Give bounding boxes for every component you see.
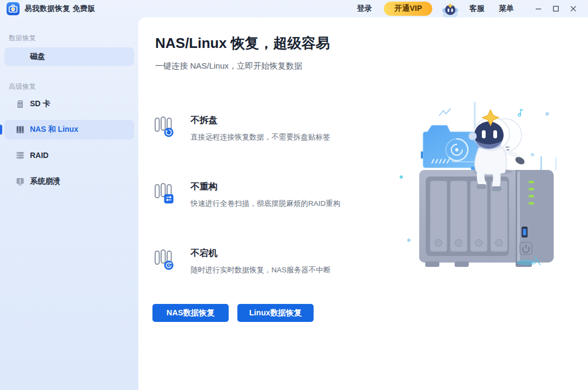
sidebar-item-nas-linux[interactable]: NAS 和 Linux: [4, 120, 134, 139]
sidebar-item-raid[interactable]: RAID: [4, 145, 134, 165]
feature-title: 不拆盘: [191, 114, 372, 126]
main-panel: NAS/Linux 恢复，超级容易 一键连接 NAS/Linux，立即开始恢复数…: [138, 17, 588, 390]
feature-desc: 随时进行实时数据恢复，NAS服务器不中断: [191, 265, 372, 275]
page-title: NAS/Linux 恢复，超级容易: [155, 34, 330, 53]
nas-recovery-button[interactable]: NAS数据恢复: [152, 304, 229, 322]
maximize-button[interactable]: [549, 3, 563, 15]
nas-full-scan-icon: [154, 182, 175, 204]
nas-uptime-icon: [154, 249, 175, 271]
titlebar-left: 易我数据恢复 免费版: [7, 2, 95, 15]
menu-button[interactable]: 菜单: [499, 4, 514, 14]
nas-remote-connect-icon: [154, 116, 175, 138]
sidebar-item-system-crash[interactable]: 系统崩溃: [4, 172, 134, 191]
titlebar: 易我数据恢复 免费版 登录 开通VIP 客服 菜单: [0, 0, 588, 17]
feature-no-disassembly: 不拆盘 直接远程连接恢复数据，不需要拆盘贴标签: [154, 114, 372, 142]
nas-illustration: [389, 97, 558, 277]
feature-desc: 直接远程连接恢复数据，不需要拆盘贴标签: [191, 132, 372, 142]
minimize-button[interactable]: [531, 3, 546, 15]
app-title: 易我数据恢复 免费版: [24, 4, 95, 14]
linux-recovery-button[interactable]: Linux数据恢复: [237, 304, 314, 322]
sidebar-item-label: RAID: [30, 151, 48, 160]
system-crash-icon: [15, 176, 25, 186]
sidebar-item-label: NAS 和 Linux: [30, 125, 78, 135]
page-subtitle: 一键连接 NAS/Linux，立即开始恢复数据: [155, 61, 302, 71]
section-label-advanced-recovery: 高级恢复: [9, 82, 36, 92]
close-button[interactable]: [566, 3, 580, 15]
sidebar: 数据恢复 磁盘 高级恢复 SD 卡 NAS 和 Linux: [0, 17, 138, 390]
nas-server-icon: [15, 125, 25, 135]
selected-indicator: [0, 125, 2, 135]
sidebar-item-label: 磁盘: [30, 52, 45, 62]
vip-button[interactable]: 开通VIP: [384, 2, 432, 16]
login-button[interactable]: 登录: [357, 4, 372, 14]
raid-stack-icon: [15, 150, 25, 160]
feature-title: 不重构: [191, 181, 372, 193]
feature-title: 不宕机: [191, 247, 372, 259]
section-label-data-recovery: 数据恢复: [9, 34, 36, 43]
sidebar-item-label: SD 卡: [30, 99, 50, 109]
app-logo-icon: [7, 2, 20, 15]
sidebar-item-disk[interactable]: 磁盘: [4, 47, 134, 66]
sd-card-icon: [15, 99, 25, 109]
feature-no-downtime: 不宕机 随时进行实时数据恢复，NAS服务器不中断: [154, 247, 372, 275]
feature-no-rebuild: 不重构 快速进行全卷扫描，彻底摆脱麻烦的RAID重构: [154, 181, 372, 209]
mascot-avatar[interactable]: [440, 2, 461, 19]
action-buttons: NAS数据恢复 Linux数据恢复: [152, 304, 314, 322]
sidebar-item-sd-card[interactable]: SD 卡: [4, 94, 134, 114]
sidebar-item-label: 系统崩溃: [30, 176, 60, 186]
feature-desc: 快速进行全卷扫描，彻底摆脱麻烦的RAID重构: [191, 199, 372, 209]
titlebar-right: 登录 开通VIP 客服 菜单: [357, 1, 580, 17]
support-button[interactable]: 客服: [469, 4, 485, 14]
